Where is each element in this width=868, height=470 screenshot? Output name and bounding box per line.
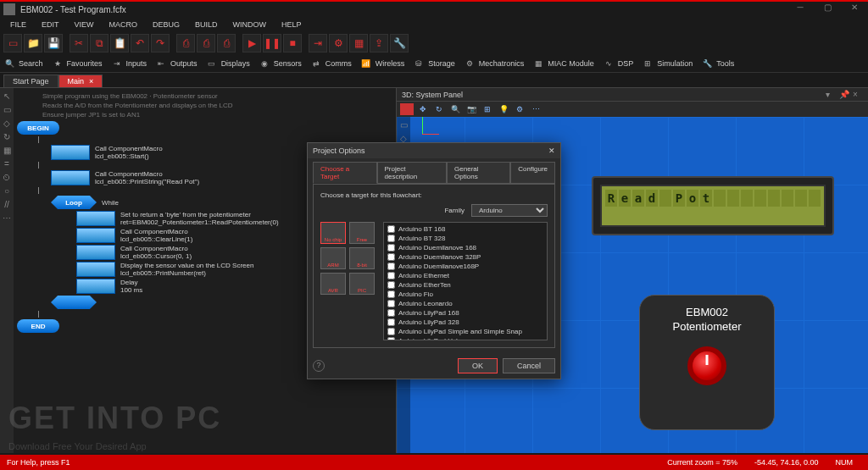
cat-outputs[interactable]: ⇤Outputs <box>155 58 198 69</box>
dialog-tab-general[interactable]: General Options <box>447 162 510 184</box>
panel-close-icon[interactable]: × <box>853 90 863 100</box>
panel-record-icon[interactable] <box>400 103 414 115</box>
panel-light-icon[interactable]: 💡 <box>497 103 510 115</box>
menu-view[interactable]: VIEW <box>68 19 101 30</box>
tab-close-icon[interactable]: × <box>89 77 93 86</box>
panel-rotate-icon[interactable]: ↻ <box>432 103 446 115</box>
cat-miac[interactable]: ▦MIAC Module <box>532 58 594 69</box>
panel-pin-icon[interactable]: 📌 <box>839 90 849 100</box>
flow-macro-node[interactable] <box>76 262 115 277</box>
panel-grid-icon[interactable]: ⊞ <box>481 103 494 115</box>
ok-button[interactable]: OK <box>458 358 498 373</box>
print-icon[interactable]: ⎙ <box>176 34 195 53</box>
family-select[interactable]: Arduino <box>471 204 548 217</box>
maximize-button[interactable]: ▢ <box>817 3 837 16</box>
device-checkbox[interactable] <box>387 309 395 317</box>
tab-startpage[interactable]: Start Page <box>3 75 58 87</box>
device-item[interactable]: Arduino LilyPad 168 <box>386 308 545 318</box>
panel-dropdown-icon[interactable]: ▾ <box>826 90 836 100</box>
device-checkbox[interactable] <box>387 328 395 335</box>
print3-icon[interactable]: ⎙ <box>217 34 236 53</box>
cancel-button[interactable]: Cancel <box>503 358 555 373</box>
flow-macro-node[interactable] <box>51 170 90 185</box>
c3d-tool-icon[interactable]: ▭ <box>398 120 409 130</box>
dialog-tab-configure[interactable]: Configure <box>510 162 555 184</box>
pause-icon[interactable]: ❚❚ <box>263 34 281 53</box>
flow-end[interactable]: END <box>17 319 59 333</box>
device-checkbox[interactable] <box>387 300 395 307</box>
dialog-close-icon[interactable]: ✕ <box>548 147 555 155</box>
tool-calc-icon[interactable]: = <box>2 159 12 169</box>
chip-8bit[interactable]: 8-bit <box>349 247 375 269</box>
copy-icon[interactable]: ⧉ <box>90 34 108 53</box>
cat-search[interactable]: 🔍Search <box>3 58 43 69</box>
tool-more-icon[interactable]: ⋯ <box>2 213 12 224</box>
cat-favourites[interactable]: ★Favourites <box>52 58 103 69</box>
save-icon[interactable]: 💾 <box>44 34 63 53</box>
device-checkbox[interactable] <box>387 337 395 340</box>
panel-more-icon[interactable]: ⋯ <box>529 103 542 115</box>
potentiometer-component[interactable]: EBM002Potentiometer <box>639 295 775 430</box>
new-icon[interactable]: ▭ <box>3 34 22 53</box>
minimize-button[interactable]: ─ <box>790 3 810 16</box>
device-item[interactable]: Arduino Duemilanove 328P <box>386 252 545 262</box>
paste-icon[interactable]: 📋 <box>110 34 129 53</box>
chip-nochip[interactable]: No chip <box>320 222 346 244</box>
device-item[interactable]: Arduino Duemilanove168P <box>386 262 545 271</box>
cat-storage[interactable]: ⛁Storage <box>413 58 455 69</box>
flow-macro-node[interactable] <box>76 245 115 260</box>
cat-mechatronics[interactable]: ⚙Mechatronics <box>464 58 525 69</box>
tool-box-icon[interactable]: ▭ <box>2 105 12 115</box>
device-item[interactable]: Arduino BT 168 <box>386 224 545 234</box>
device-checkbox[interactable] <box>387 244 395 252</box>
open-icon[interactable]: 📁 <box>24 34 42 53</box>
tool-macro-icon[interactable]: ▦ <box>2 146 12 156</box>
chip-avr[interactable]: AVR <box>320 273 346 295</box>
menu-window[interactable]: WINDOW <box>226 19 274 30</box>
flow-loop-end[interactable] <box>51 296 97 309</box>
device-item[interactable]: Arduino LilyPad Usb <box>386 336 545 340</box>
cat-displays[interactable]: ▭Displays <box>206 58 250 69</box>
cat-tools[interactable]: 🔧Tools <box>701 58 734 69</box>
device-item[interactable]: Arduino Duemilanove 168 <box>386 243 545 252</box>
device-checkbox[interactable] <box>387 281 395 289</box>
flow-loop-node[interactable]: Loop <box>51 196 97 209</box>
chip-arm[interactable]: ARM <box>320 247 346 269</box>
device-checkbox[interactable] <box>387 225 395 233</box>
chip-free[interactable]: Free <box>349 222 375 244</box>
cat-wireless[interactable]: 📶Wireless <box>360 58 405 69</box>
device-item[interactable]: Arduino Ethernet <box>386 271 545 280</box>
device-item[interactable]: Arduino LilyPad 328 <box>386 318 545 327</box>
menu-debug[interactable]: DEBUG <box>146 19 186 30</box>
menu-help[interactable]: HELP <box>275 19 309 30</box>
chip-pic[interactable]: PIC <box>349 273 375 295</box>
undo-icon[interactable]: ↶ <box>131 34 149 53</box>
dialog-help-icon[interactable]: ? <box>313 360 325 372</box>
panel-camera-icon[interactable]: 📷 <box>465 103 478 115</box>
panel-settings-icon[interactable]: ⚙ <box>513 103 526 115</box>
device-checkbox[interactable] <box>387 318 395 326</box>
print2-icon[interactable]: ⎙ <box>197 34 215 53</box>
device-item[interactable]: Arduino BT 328 <box>386 234 545 243</box>
device-checkbox[interactable] <box>387 290 395 298</box>
flow-calc-node[interactable] <box>76 211 115 226</box>
device-checkbox[interactable] <box>387 253 395 261</box>
cat-simulation[interactable]: ⊞Simulation <box>642 58 693 69</box>
upload-icon[interactable]: ⇪ <box>370 34 388 53</box>
menu-file[interactable]: FILE <box>3 19 33 30</box>
device-item[interactable]: Arduino LilyPad Simple and Simple Snap <box>386 327 545 336</box>
tool-loop-icon[interactable]: ↻ <box>2 132 12 142</box>
dialog-tab-description[interactable]: Project description <box>377 162 448 184</box>
device-checkbox[interactable] <box>387 235 395 242</box>
tab-main[interactable]: Main× <box>58 75 103 87</box>
flow-macro-node[interactable] <box>51 145 90 160</box>
lcd-component[interactable]: ReadPot <box>592 176 834 235</box>
device-item[interactable]: Arduino EtherTen <box>386 280 545 290</box>
potentiometer-knob[interactable] <box>687 346 726 385</box>
tool-comment-icon[interactable]: // <box>2 200 12 210</box>
stop-icon[interactable]: ■ <box>283 34 302 53</box>
device-item[interactable]: Arduino Fio <box>386 290 545 299</box>
cat-comms[interactable]: ⇄Comms <box>310 58 352 69</box>
tool-arrow-icon[interactable]: ↖ <box>2 91 12 102</box>
cat-sensors[interactable]: ◉Sensors <box>259 58 302 69</box>
